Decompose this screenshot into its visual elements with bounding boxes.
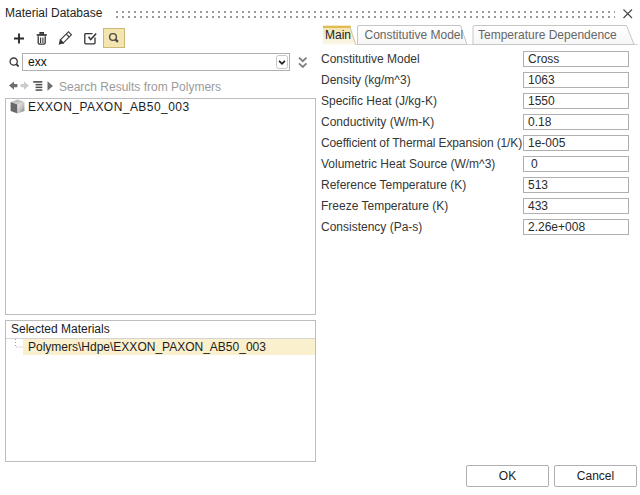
svg-text:Main: Main bbox=[325, 28, 351, 42]
svg-text:Temperature Dependence: Temperature Dependence bbox=[478, 28, 617, 42]
svg-text:Constitutive Model: Constitutive Model bbox=[365, 28, 464, 42]
